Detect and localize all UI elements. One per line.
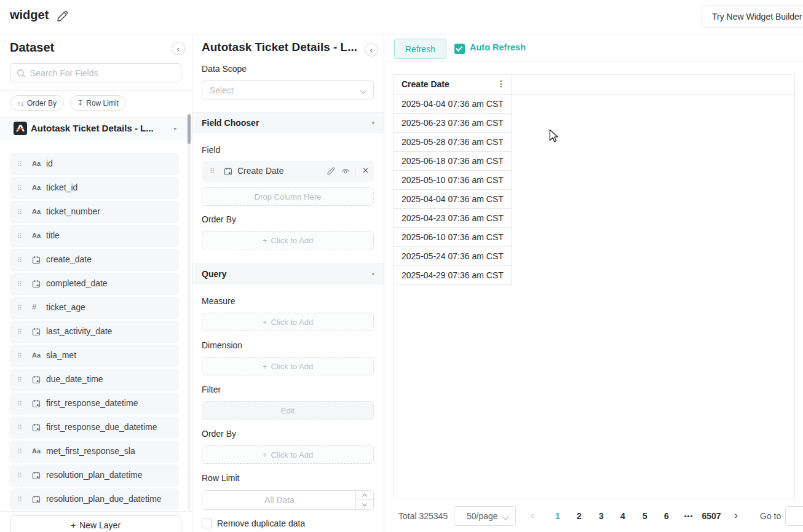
section-caret-down-icon[interactable]: ▾ [371,120,374,126]
drag-handle-icon[interactable]: ⠿ [17,423,22,432]
table-row[interactable]: 2025-06-18 07:36 am CST [394,152,512,171]
table-row[interactable]: 2025-05-28 07:36 am CST [394,133,512,152]
field-item-resolution-plan-datetime[interactable]: ⠿ resolution_plan_datetime [10,464,179,487]
date-type-icon [32,327,41,337]
field-item-create-date[interactable]: ⠿ create_date [10,249,179,271]
page-number-5[interactable]: 5 [636,506,654,526]
drag-handle-icon[interactable]: ⠿ [17,184,22,192]
page-number-4[interactable]: 4 [614,506,631,526]
drop-column-zone[interactable]: Drop Column Here [202,187,374,206]
new-layer-button[interactable]: + New Layer [10,515,181,532]
measure-add-button[interactable]: + Click to Add [202,313,374,331]
query-label: Query [202,269,226,279]
drag-handle-icon[interactable]: ⠿ [17,447,22,456]
drag-handle-icon[interactable]: ⠿ [17,303,22,312]
drag-handle-icon[interactable]: ⠿ [17,208,22,216]
section-caret-down-icon[interactable]: ▾ [371,271,374,277]
drag-handle-icon[interactable]: ⠿ [210,167,215,175]
goto-page-input[interactable] [785,506,803,526]
page-number-1[interactable]: 1 [549,506,566,526]
visibility-eye-icon[interactable] [341,166,350,176]
field-name: title [46,230,60,240]
table-row[interactable]: 2025-04-23 07:36 am CST [394,209,512,228]
auto-refresh-label[interactable]: Auto Refresh [470,42,526,52]
column-menu-kebab-icon[interactable]: ⋮ [495,79,507,88]
table-row[interactable]: 2025-05-24 07:36 am CST [394,247,512,266]
row-limit-input[interactable] [203,491,356,509]
drag-handle-icon[interactable]: ⠿ [17,232,22,240]
field-item-last-activity-date[interactable]: ⠿ last_activity_date [10,321,179,343]
collapse-config-panel-button[interactable]: ‹ [365,43,378,57]
field-item-due-date-time[interactable]: ⠿ due_date_time [10,369,179,391]
table-row[interactable]: 2025-04-29 07:36 am CST [394,266,512,285]
auto-refresh-checkbox[interactable] [454,44,465,54]
field-item-ticket-age[interactable]: ⠿ # ticket_age [10,297,179,319]
refresh-button[interactable]: Refresh [394,39,446,59]
field-item-completed-date[interactable]: ⠿ completed_date [10,273,179,295]
pagination-ellipsis[interactable]: ••• [680,506,697,526]
field-item-met-first-response-sla[interactable]: ⠿ Aa met_first_response_sla [10,440,179,463]
remove-duplicate-checkbox[interactable] [202,518,212,528]
scrollbar-thumb[interactable] [188,114,191,144]
order-by-add-button[interactable]: + Click to Add [202,231,374,249]
drag-handle-icon[interactable]: ⠿ [17,471,22,480]
drag-handle-icon[interactable]: ⠿ [17,256,22,264]
new-layer-label: New Layer [79,520,121,530]
table-row[interactable]: 2025-06-23 07:36 am CST [394,114,512,133]
order-by-pill-button[interactable]: ↑↓ Order By [10,95,64,111]
stepper-down-button[interactable] [356,500,374,509]
dataset-selector-row[interactable]: Autotask Ticket Details - L... ▾ [0,117,192,139]
dimension-add-button[interactable]: + Click to Add [202,357,374,375]
next-page-arrow[interactable]: › [727,506,745,526]
data-scope-select[interactable]: Select [202,80,374,100]
remove-field-icon[interactable]: ✕ [362,166,369,175]
edit-field-icon[interactable] [326,166,336,176]
chevron-down-icon [360,87,366,93]
page-number-2[interactable]: 2 [571,506,588,526]
drag-handle-icon[interactable]: ⠿ [17,399,22,408]
create-date-field-chip[interactable]: ⠿ Create Date ✕ [202,161,374,182]
field-item-title[interactable]: ⠿ Aa title [10,225,179,247]
drag-handle-icon[interactable]: ⠿ [17,327,22,336]
field-item-resolution-plan-due-datetime[interactable]: ⠿ resolution_plan_due_datetime [10,488,179,510]
field-name: due_date_time [46,374,103,384]
page-number-3[interactable]: 3 [593,506,610,526]
order-by-add-button-2[interactable]: + Click to Add [202,445,374,464]
table-row[interactable]: 2025-04-04 07:36 am CST [394,95,512,114]
table-row[interactable]: 2025-05-10 07:36 am CST [394,171,512,190]
page-size-select[interactable]: 50/page [454,506,516,526]
prev-page-arrow[interactable]: ‹ [524,506,541,526]
try-new-widget-builder-button[interactable]: Try New Widget Builder [702,6,803,28]
dataset-caret-down-icon[interactable]: ▾ [173,125,176,132]
field-item-ticket-id[interactable]: ⠿ Aa ticket_id [10,177,179,199]
cell-create-date: 2025-06-10 07:36 am CST [402,232,504,242]
field-item-first-response-due-datetime[interactable]: ⠿ first_response_due_datetime [10,417,179,439]
table-row[interactable]: 2025-06-10 07:36 am CST [394,228,512,247]
date-type-icon [224,167,232,178]
page-number-6[interactable]: 6 [658,506,675,526]
page-size-value: 50/page [467,511,498,521]
stepper-up-button[interactable] [356,491,374,500]
field-item-first-response-datetime[interactable]: ⠿ first_response_datetime [10,393,179,415]
field-item-sla-met[interactable]: ⠿ Aa sla_met [10,345,179,367]
date-type-icon [32,471,41,481]
field-item-ticket-number[interactable]: ⠿ Aa ticket_number [10,201,179,223]
drag-handle-icon[interactable]: ⠿ [17,495,22,504]
drag-handle-icon[interactable]: ⠿ [17,351,22,360]
field-item-id[interactable]: ⠿ Aa id [10,153,179,175]
create-date-column-header[interactable]: Create Date ⋮ [394,75,512,95]
order-by-label-2: Order By [202,429,236,439]
edit-widget-name-icon[interactable] [55,10,69,23]
collapse-dataset-panel-button[interactable]: ‹ [172,42,185,55]
row-limit-input-box [202,490,374,510]
drag-handle-icon[interactable]: ⠿ [17,160,22,168]
filter-edit-button[interactable]: Edit [202,401,374,420]
preview-panel: Refresh Auto Refresh Create Date ⋮ 2025-… [384,34,803,532]
layer-title: Autotask Ticket Details - L... [202,41,363,54]
page-number-last[interactable]: 6507 [696,506,727,526]
row-limit-pill-button[interactable]: ↧ Row Limit [70,95,126,111]
search-fields-input[interactable] [30,65,178,81]
drag-handle-icon[interactable]: ⠿ [17,280,22,288]
drag-handle-icon[interactable]: ⠿ [17,375,22,384]
table-row[interactable]: 2025-04-04 07:36 am CST [394,190,512,209]
